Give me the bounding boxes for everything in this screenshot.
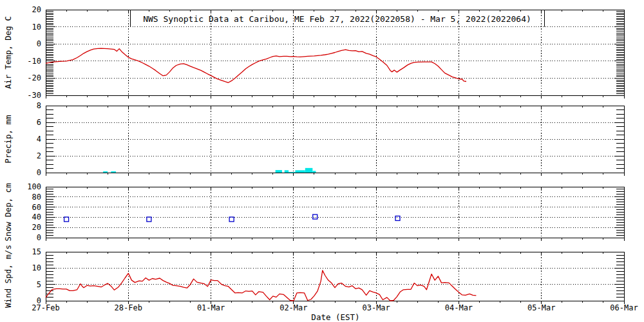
y-tick-label: -30 [27, 91, 41, 100]
precipitation-bars [103, 168, 316, 173]
snow-depth-marker [147, 217, 151, 222]
precipitation-bar [285, 170, 289, 173]
air-temperature-axis-title: Air Temp, Deg C [3, 16, 13, 89]
x-axis-labels: 27-Feb28-Feb01-Mar02-Mar03-Mar04-Mar05-M… [32, 303, 638, 312]
y-tick-label: 20 [32, 5, 41, 14]
chart-title: NWS Synoptic Data at Caribou, ME Feb 27,… [143, 14, 531, 24]
precipitation-axis-title: Precip, mm [3, 115, 13, 163]
y-tick-label: -20 [27, 73, 41, 82]
wind-speed-line [46, 270, 476, 301]
wind-speed-frame [46, 252, 624, 301]
y-tick-label: 5 [37, 280, 41, 289]
synoptic-meteogram-figure: -30-20-1001020Air Temp, Deg C02468Precip… [0, 0, 644, 322]
x-tick-label: 04-Mar [445, 303, 473, 312]
precipitation-bar [305, 168, 313, 173]
x-tick-label: 28-Feb [115, 303, 142, 312]
x-tick-label: 06-Mar [610, 303, 638, 312]
x-tick-label: 01-Mar [197, 303, 225, 312]
y-tick-label: 40 [32, 213, 41, 222]
snow-depth-panel: 020406080100Snow Dep, cm [3, 182, 624, 242]
y-tick-label: 10 [32, 263, 41, 272]
snow-depth-marker [395, 216, 400, 220]
y-tick-label: 6 [37, 118, 41, 127]
x-axis-title: Date (EST) [311, 312, 359, 322]
y-tick-label: -10 [27, 57, 41, 66]
precipitation-bar [276, 170, 282, 173]
synoptic-meteogram-chart: -30-20-1001020Air Temp, Deg C02468Precip… [0, 0, 644, 322]
y-tick-label: 0 [37, 39, 41, 48]
y-tick-label: 10 [32, 23, 41, 32]
wind-speed-panel: 051015Wind Spd, m/s [3, 245, 624, 308]
snow-depth-points [64, 214, 400, 222]
precipitation-bar [103, 171, 108, 173]
x-tick-label: 05-Mar [527, 303, 555, 312]
y-tick-label: 80 [32, 193, 41, 202]
y-tick-label: 0 [37, 168, 41, 177]
x-tick-label: 03-Mar [362, 303, 390, 312]
snow-depth-marker [313, 214, 317, 219]
precipitation-axes [46, 106, 624, 176]
precipitation-bar [289, 172, 295, 173]
y-tick-label: 4 [37, 135, 41, 144]
y-tick-label: 60 [32, 203, 41, 212]
snow-depth-frame [46, 187, 624, 238]
wind-speed-axes [46, 252, 624, 304]
y-tick-label: 2 [37, 151, 41, 160]
wind-speed-axis-title: Wind Spd, m/s [3, 245, 13, 308]
x-tick-label: 27-Feb [32, 303, 59, 312]
precipitation-bar [312, 171, 316, 173]
snow-depth-axis-title: Snow Dep, cm [3, 183, 13, 241]
y-tick-label: 100 [27, 182, 41, 191]
x-tick-label: 02-Mar [279, 303, 307, 312]
snow-depth-axes [46, 187, 624, 241]
snow-depth-marker [229, 217, 234, 222]
precipitation-bar [111, 171, 116, 173]
y-tick-label: 20 [32, 223, 41, 232]
y-tick-label: 15 [32, 247, 41, 256]
air-temperature-line [46, 48, 466, 82]
y-tick-label: 0 [37, 233, 41, 242]
y-tick-label: 8 [37, 101, 41, 110]
precipitation-panel: 02468Precip, mm [3, 101, 624, 177]
snow-depth-marker [64, 217, 69, 222]
precipitation-bar [295, 170, 305, 173]
